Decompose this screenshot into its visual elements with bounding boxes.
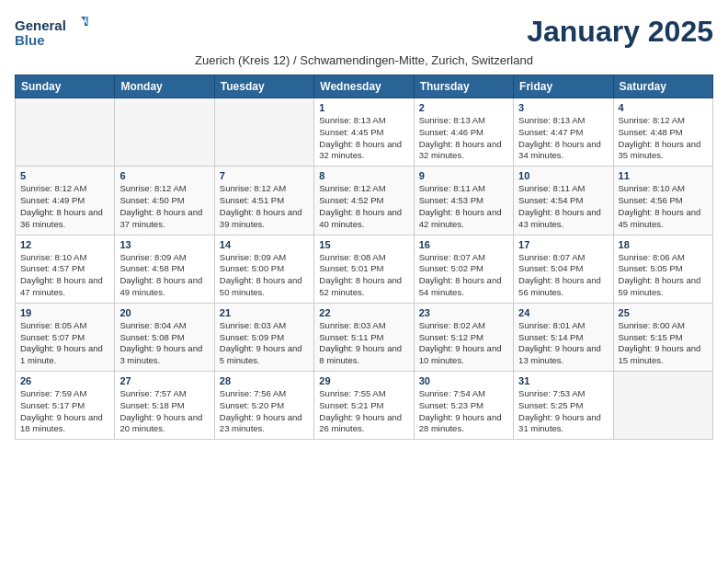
calendar-cell: 3Sunrise: 8:13 AM Sunset: 4:47 PM Daylig… — [514, 98, 613, 167]
calendar-cell: 1Sunrise: 8:13 AM Sunset: 4:45 PM Daylig… — [314, 98, 414, 167]
day-detail: Sunrise: 8:11 AM Sunset: 4:54 PM Dayligh… — [518, 183, 608, 230]
weekday-header: Friday — [514, 75, 613, 98]
calendar-cell: 11Sunrise: 8:10 AM Sunset: 4:56 PM Dayli… — [613, 167, 712, 235]
day-number: 7 — [220, 170, 309, 181]
day-detail: Sunrise: 8:12 AM Sunset: 4:50 PM Dayligh… — [119, 183, 209, 230]
day-detail: Sunrise: 8:03 AM Sunset: 5:09 PM Dayligh… — [220, 320, 309, 367]
weekday-header: Saturday — [613, 75, 712, 98]
calendar-cell: 2Sunrise: 8:13 AM Sunset: 4:46 PM Daylig… — [414, 98, 513, 167]
calendar-cell: 22Sunrise: 8:03 AM Sunset: 5:11 PM Dayli… — [314, 303, 414, 371]
calendar-title: January 2025 — [527, 15, 713, 49]
day-detail: Sunrise: 7:55 AM Sunset: 5:21 PM Dayligh… — [319, 388, 408, 435]
calendar-cell: 12Sunrise: 8:10 AM Sunset: 4:57 PM Dayli… — [16, 235, 115, 303]
day-detail: Sunrise: 7:54 AM Sunset: 5:23 PM Dayligh… — [419, 388, 508, 435]
day-detail: Sunrise: 8:12 AM Sunset: 4:48 PM Dayligh… — [619, 115, 708, 162]
calendar-cell: 8Sunrise: 8:12 AM Sunset: 4:52 PM Daylig… — [314, 167, 414, 235]
day-number: 12 — [20, 239, 109, 250]
day-detail: Sunrise: 8:09 AM Sunset: 5:00 PM Dayligh… — [220, 252, 309, 299]
title-block: January 2025 — [527, 15, 713, 49]
day-detail: Sunrise: 8:07 AM Sunset: 5:02 PM Dayligh… — [419, 252, 508, 299]
day-number: 16 — [419, 239, 508, 250]
calendar-cell: 27Sunrise: 7:57 AM Sunset: 5:18 PM Dayli… — [115, 372, 214, 440]
day-detail: Sunrise: 7:53 AM Sunset: 5:25 PM Dayligh… — [518, 388, 608, 435]
calendar-cell: 21Sunrise: 8:03 AM Sunset: 5:09 PM Dayli… — [214, 303, 313, 371]
day-number: 8 — [319, 170, 408, 181]
calendar-cell: 29Sunrise: 7:55 AM Sunset: 5:21 PM Dayli… — [314, 372, 414, 440]
calendar-cell — [16, 98, 115, 167]
calendar-cell — [214, 98, 313, 167]
day-number: 29 — [319, 375, 408, 386]
day-detail: Sunrise: 8:08 AM Sunset: 5:01 PM Dayligh… — [319, 252, 408, 299]
calendar-cell: 10Sunrise: 8:11 AM Sunset: 4:54 PM Dayli… — [514, 167, 613, 235]
weekday-header: Wednesday — [314, 75, 414, 98]
day-number: 25 — [619, 307, 708, 318]
calendar-week-row: 12Sunrise: 8:10 AM Sunset: 4:57 PM Dayli… — [16, 235, 713, 303]
calendar-cell: 5Sunrise: 8:12 AM Sunset: 4:49 PM Daylig… — [16, 167, 115, 235]
day-detail: Sunrise: 8:12 AM Sunset: 4:52 PM Dayligh… — [319, 183, 408, 230]
calendar-cell: 18Sunrise: 8:06 AM Sunset: 5:05 PM Dayli… — [613, 235, 712, 303]
day-number: 10 — [518, 170, 608, 181]
calendar-cell: 24Sunrise: 8:01 AM Sunset: 5:14 PM Dayli… — [514, 303, 613, 371]
day-detail: Sunrise: 7:59 AM Sunset: 5:17 PM Dayligh… — [20, 388, 109, 435]
calendar-table: SundayMondayTuesdayWednesdayThursdayFrid… — [15, 75, 713, 440]
day-detail: Sunrise: 8:07 AM Sunset: 5:04 PM Dayligh… — [518, 252, 608, 299]
logo: General Blue — [15, 15, 88, 50]
day-number: 9 — [419, 170, 508, 181]
day-detail: Sunrise: 8:10 AM Sunset: 4:56 PM Dayligh… — [619, 183, 708, 230]
day-number: 22 — [319, 307, 408, 318]
calendar-cell: 14Sunrise: 8:09 AM Sunset: 5:00 PM Dayli… — [214, 235, 313, 303]
day-detail: Sunrise: 8:13 AM Sunset: 4:45 PM Dayligh… — [319, 115, 408, 162]
calendar-cell: 7Sunrise: 8:12 AM Sunset: 4:51 PM Daylig… — [214, 167, 313, 235]
day-detail: Sunrise: 7:57 AM Sunset: 5:18 PM Dayligh… — [119, 388, 209, 435]
day-number: 15 — [319, 239, 408, 250]
day-detail: Sunrise: 8:13 AM Sunset: 4:46 PM Dayligh… — [419, 115, 508, 162]
calendar-cell: 9Sunrise: 8:11 AM Sunset: 4:53 PM Daylig… — [414, 167, 513, 235]
calendar-cell: 6Sunrise: 8:12 AM Sunset: 4:50 PM Daylig… — [115, 167, 214, 235]
calendar-cell: 23Sunrise: 8:02 AM Sunset: 5:12 PM Dayli… — [414, 303, 513, 371]
day-number: 4 — [619, 102, 708, 113]
calendar-cell — [115, 98, 214, 167]
day-number: 20 — [119, 307, 209, 318]
day-number: 5 — [20, 170, 109, 181]
weekday-header: Tuesday — [214, 75, 313, 98]
calendar-week-row: 19Sunrise: 8:05 AM Sunset: 5:07 PM Dayli… — [16, 303, 713, 371]
day-number: 18 — [619, 239, 708, 250]
day-number: 6 — [119, 170, 209, 181]
day-detail: Sunrise: 8:12 AM Sunset: 4:51 PM Dayligh… — [220, 183, 309, 230]
calendar-cell: 16Sunrise: 8:07 AM Sunset: 5:02 PM Dayli… — [414, 235, 513, 303]
day-number: 28 — [220, 375, 309, 386]
calendar-cell: 13Sunrise: 8:09 AM Sunset: 4:58 PM Dayli… — [115, 235, 214, 303]
day-number: 21 — [220, 307, 309, 318]
page-header: General Blue January 2025 — [15, 15, 713, 50]
calendar-cell — [613, 372, 712, 440]
day-detail: Sunrise: 7:56 AM Sunset: 5:20 PM Dayligh… — [220, 388, 309, 435]
weekday-header: Thursday — [414, 75, 513, 98]
day-number: 19 — [20, 307, 109, 318]
day-number: 13 — [119, 239, 209, 250]
day-number: 27 — [119, 375, 209, 386]
day-number: 31 — [518, 375, 608, 386]
calendar-week-row: 26Sunrise: 7:59 AM Sunset: 5:17 PM Dayli… — [16, 372, 713, 440]
day-number: 17 — [518, 239, 608, 250]
calendar-cell: 4Sunrise: 8:12 AM Sunset: 4:48 PM Daylig… — [613, 98, 712, 167]
day-detail: Sunrise: 8:01 AM Sunset: 5:14 PM Dayligh… — [518, 320, 608, 367]
day-number: 26 — [20, 375, 109, 386]
day-number: 30 — [419, 375, 508, 386]
calendar-week-row: 5Sunrise: 8:12 AM Sunset: 4:49 PM Daylig… — [16, 167, 713, 235]
day-detail: Sunrise: 8:04 AM Sunset: 5:08 PM Dayligh… — [119, 320, 209, 367]
svg-text:Blue: Blue — [15, 32, 45, 48]
day-number: 23 — [419, 307, 508, 318]
calendar-cell: 30Sunrise: 7:54 AM Sunset: 5:23 PM Dayli… — [414, 372, 513, 440]
calendar-cell: 19Sunrise: 8:05 AM Sunset: 5:07 PM Dayli… — [16, 303, 115, 371]
calendar-week-row: 1Sunrise: 8:13 AM Sunset: 4:45 PM Daylig… — [16, 98, 713, 167]
svg-text:General: General — [15, 17, 66, 33]
logo-svg: General Blue — [15, 15, 88, 50]
day-detail: Sunrise: 8:05 AM Sunset: 5:07 PM Dayligh… — [20, 320, 109, 367]
calendar-cell: 17Sunrise: 8:07 AM Sunset: 5:04 PM Dayli… — [514, 235, 613, 303]
day-detail: Sunrise: 8:00 AM Sunset: 5:15 PM Dayligh… — [619, 320, 708, 367]
calendar-cell: 15Sunrise: 8:08 AM Sunset: 5:01 PM Dayli… — [314, 235, 414, 303]
calendar-cell: 26Sunrise: 7:59 AM Sunset: 5:17 PM Dayli… — [16, 372, 115, 440]
day-number: 3 — [518, 102, 608, 113]
weekday-header-row: SundayMondayTuesdayWednesdayThursdayFrid… — [16, 75, 713, 98]
day-number: 11 — [619, 170, 708, 181]
